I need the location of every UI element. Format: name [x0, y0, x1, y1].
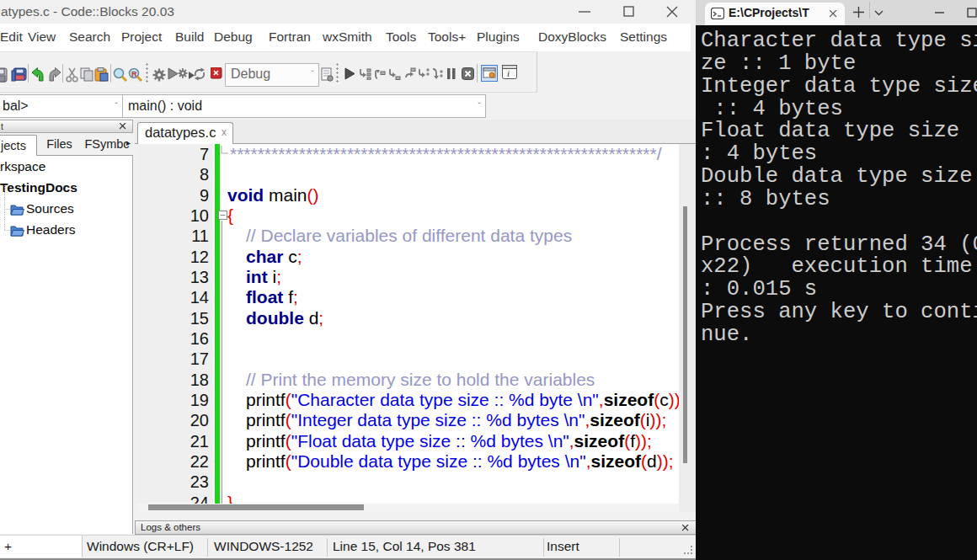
svg-text:i: i: [507, 68, 510, 78]
svg-text:R: R: [131, 70, 137, 78]
